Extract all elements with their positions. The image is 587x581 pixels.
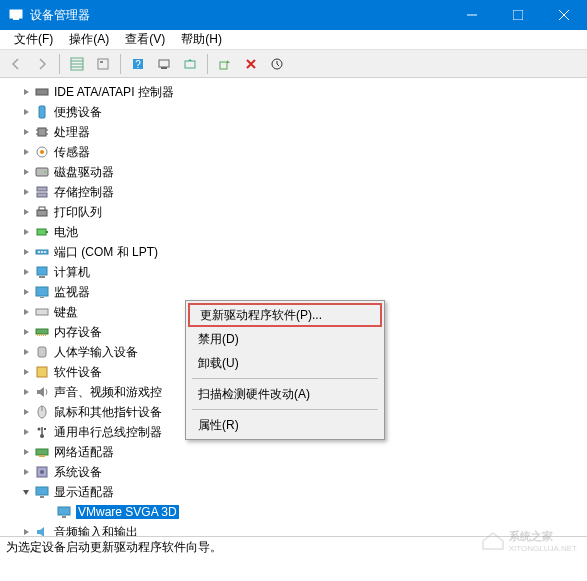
svg-rect-67: [62, 516, 66, 518]
chevron-right-icon[interactable]: [20, 286, 32, 298]
tree-category[interactable]: 系统设备: [8, 462, 587, 482]
chevron-right-icon[interactable]: [20, 406, 32, 418]
tree-label: 存储控制器: [54, 184, 114, 201]
chevron-right-icon[interactable]: [20, 346, 32, 358]
context-divider: [192, 409, 378, 410]
menu-help[interactable]: 帮助(H): [173, 29, 230, 50]
svg-point-37: [38, 251, 40, 253]
chevron-right-icon[interactable]: [20, 366, 32, 378]
svg-rect-30: [37, 187, 47, 191]
audio-icon: [34, 524, 50, 536]
svg-rect-3: [513, 10, 523, 20]
chevron-right-icon[interactable]: [20, 266, 32, 278]
memory-icon: [34, 324, 50, 340]
storage-icon: [34, 184, 50, 200]
tree-label: 软件设备: [54, 364, 102, 381]
svg-rect-11: [100, 61, 103, 63]
update-driver-toolbar-button[interactable]: [178, 52, 202, 76]
tree-category[interactable]: 打印队列: [8, 202, 587, 222]
chevron-right-icon[interactable]: [20, 306, 32, 318]
scan-hardware-button[interactable]: [152, 52, 176, 76]
tree-label: 端口 (COM 和 LPT): [54, 244, 158, 261]
context-uninstall[interactable]: 卸载(U): [188, 351, 382, 375]
status-text: 为选定设备启动更新驱动程序软件向导。: [6, 539, 222, 556]
menu-file[interactable]: 文件(F): [6, 29, 61, 50]
help-toolbar-button[interactable]: ?: [126, 52, 150, 76]
chevron-down-icon[interactable]: [20, 486, 32, 498]
port-icon: [34, 244, 50, 260]
chevron-right-icon[interactable]: [20, 186, 32, 198]
tree-category[interactable]: IDE ATA/ATAPI 控制器: [8, 82, 587, 102]
context-update-driver[interactable]: 更新驱动程序软件(P)...: [188, 303, 382, 327]
svg-rect-60: [36, 449, 48, 455]
show-hide-tree-button[interactable]: [65, 52, 89, 76]
svg-point-27: [40, 150, 44, 154]
display-icon: [56, 504, 72, 520]
chevron-right-icon[interactable]: [20, 86, 32, 98]
chevron-right-icon[interactable]: [20, 446, 32, 458]
svg-point-38: [41, 251, 43, 253]
menu-action[interactable]: 操作(A): [61, 29, 117, 50]
hid-icon: [34, 344, 50, 360]
uninstall-device-button[interactable]: [239, 52, 263, 76]
svg-point-56: [40, 434, 44, 438]
scan-changes-button[interactable]: [265, 52, 289, 76]
tree-label: VMware SVGA 3D: [76, 505, 179, 519]
tree-device[interactable]: VMware SVGA 3D: [8, 502, 587, 522]
tree-category[interactable]: 显示适配器: [8, 482, 587, 502]
maximize-button[interactable]: [495, 0, 541, 30]
context-menu: 更新驱动程序软件(P)... 禁用(D) 卸载(U) 扫描检测硬件改动(A) 属…: [185, 300, 385, 440]
tree-label: 处理器: [54, 124, 90, 141]
back-button: [4, 52, 28, 76]
chevron-right-icon[interactable]: [20, 246, 32, 258]
close-button[interactable]: [541, 0, 587, 30]
tree-label: 磁盘驱动器: [54, 164, 114, 181]
svg-point-58: [38, 428, 41, 431]
chevron-right-icon[interactable]: [20, 526, 32, 536]
chevron-right-icon[interactable]: [20, 226, 32, 238]
tree-category[interactable]: 存储控制器: [8, 182, 587, 202]
tree-category[interactable]: 端口 (COM 和 LPT): [8, 242, 587, 262]
tree-category[interactable]: 电池: [8, 222, 587, 242]
chevron-right-icon[interactable]: [20, 386, 32, 398]
tree-category[interactable]: 传感器: [8, 142, 587, 162]
svg-rect-66: [58, 507, 70, 515]
svg-rect-53: [37, 367, 47, 377]
svg-rect-1: [13, 18, 19, 20]
app-icon: [8, 7, 24, 23]
chevron-right-icon[interactable]: [20, 126, 32, 138]
tree-category[interactable]: 处理器: [8, 122, 587, 142]
menu-view[interactable]: 查看(V): [117, 29, 173, 50]
properties-toolbar-button[interactable]: [91, 52, 115, 76]
svg-rect-33: [39, 207, 45, 210]
chevron-right-icon[interactable]: [20, 206, 32, 218]
svg-rect-34: [37, 229, 46, 235]
context-disable[interactable]: 禁用(D): [188, 327, 382, 351]
chevron-right-icon[interactable]: [20, 426, 32, 438]
tree-category[interactable]: 磁盘驱动器: [8, 162, 587, 182]
enable-device-button[interactable]: [213, 52, 237, 76]
tree-label: IDE ATA/ATAPI 控制器: [54, 84, 174, 101]
context-scan[interactable]: 扫描检测硬件改动(A): [188, 382, 382, 406]
svg-rect-42: [36, 287, 48, 296]
tree-category[interactable]: 网络适配器: [8, 442, 587, 462]
watermark-text: 系统之家: [509, 529, 577, 544]
svg-point-29: [44, 171, 46, 173]
tree-category[interactable]: 计算机: [8, 262, 587, 282]
context-properties[interactable]: 属性(R): [188, 413, 382, 437]
svg-text:?: ?: [135, 59, 141, 70]
chevron-right-icon[interactable]: [20, 106, 32, 118]
sensor-icon: [34, 144, 50, 160]
chevron-right-icon[interactable]: [20, 146, 32, 158]
tree-label: 人体学输入设备: [54, 344, 138, 361]
minimize-button[interactable]: [449, 0, 495, 30]
chevron-right-icon[interactable]: [20, 166, 32, 178]
svg-rect-15: [161, 67, 167, 69]
window-title: 设备管理器: [30, 7, 449, 24]
tree-category[interactable]: 监视器: [8, 282, 587, 302]
tree-category[interactable]: 便携设备: [8, 102, 587, 122]
tree-label: 监视器: [54, 284, 90, 301]
chevron-right-icon[interactable]: [20, 466, 32, 478]
tree-label: 音频输入和输出: [54, 524, 138, 537]
chevron-right-icon[interactable]: [20, 326, 32, 338]
